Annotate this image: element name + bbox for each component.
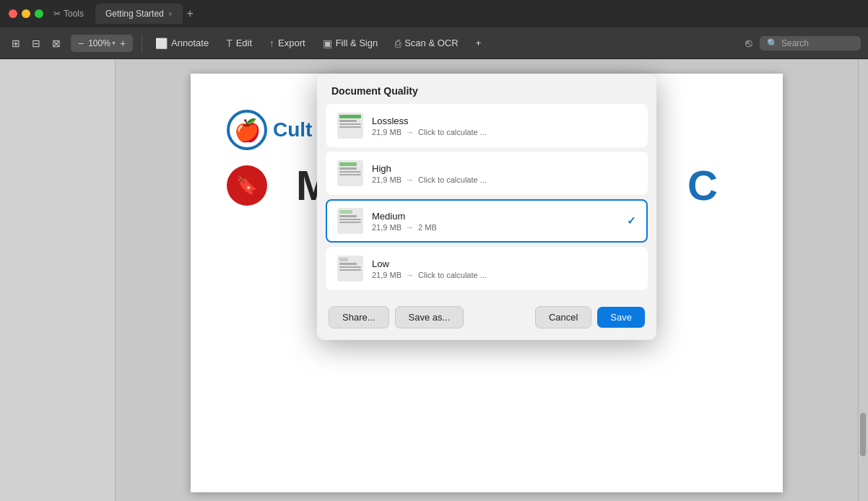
tab-title: Getting Started [105,9,164,19]
quality-info-high: High 21,9 MB → Click to calculate ... [372,163,636,184]
share-button[interactable]: Share... [329,306,389,328]
annotate-icon: ⬜ [155,38,168,49]
zoom-dropdown-icon[interactable]: ▾ [112,39,116,47]
search-box[interactable]: 🔍 [760,36,861,51]
share-toolbar-button[interactable]: ⎋ [741,34,757,53]
cancel-button[interactable]: Cancel [535,306,591,328]
quality-item-medium[interactable]: Medium 21,9 MB → 2 MB ✓ [326,199,648,243]
quality-item-high[interactable]: High 21,9 MB → Click to calculate ... [326,152,648,195]
scan-ocr-icon: ⎙ [395,38,401,49]
quality-info-low: Low 21,9 MB → Click to calculate ... [372,258,636,279]
search-icon: 🔍 [767,38,778,48]
quality-size-medium: 21,9 MB → 2 MB [372,223,618,232]
active-tab[interactable]: Getting Started × [95,4,183,24]
quality-item-low[interactable]: Low 21,9 MB → Click to calculate ... [326,247,648,290]
export-label: Export [278,38,305,48]
dialog-body: Lossless 21,9 MB → Click to calculate ..… [317,104,656,299]
quality-thumb-high [337,160,363,186]
annotate-button[interactable]: ⬜ Annotate [148,35,216,52]
zoom-plus-button[interactable]: + [117,36,129,51]
scan-ocr-button[interactable]: ⎙ Scan & OCR [388,35,465,52]
edit-icon: T [226,38,233,49]
main-content: 🍎 Cult of Mac Macworld 🔖 M C Document Qu… [0,59,868,501]
maximize-button[interactable] [35,9,43,18]
left-sidebar [0,59,116,501]
search-input[interactable] [781,38,854,48]
dialog-overlay: Document Quality [116,59,858,501]
quality-size-high: 21,9 MB → Click to calculate ... [372,175,636,184]
quality-name-low: Low [372,258,636,269]
toolbar: ⊞ ⊟ ⊠ − 100% ▾ + ⬜ Annotate T Edit ↑ Exp… [0,27,868,59]
annotate-label: Annotate [171,38,209,48]
fill-sign-button[interactable]: ▣ Fill & Sign [316,35,386,52]
tab-bar: Getting Started × + [95,4,194,24]
fill-sign-icon: ▣ [323,38,332,49]
close-button[interactable] [9,9,17,18]
save-as-button[interactable]: Save as... [395,306,464,328]
quality-item-lossless[interactable]: Lossless 21,9 MB → Click to calculate ..… [326,104,648,147]
quality-size-low: 21,9 MB → Click to calculate ... [372,271,636,279]
new-tab-button[interactable]: + [187,7,194,20]
page-view-button[interactable]: ⊠ [48,35,65,52]
tools-menu[interactable]: ✂ Tools [53,9,84,19]
traffic-lights [9,9,43,18]
edit-label: Edit [236,38,252,48]
quality-name-high: High [372,163,636,174]
quality-size-lossless: 21,9 MB → Click to calculate ... [372,128,636,136]
quality-info-medium: Medium 21,9 MB → 2 MB [372,211,618,232]
tab-close-icon[interactable]: × [168,10,173,18]
document-quality-dialog: Document Quality [317,74,656,340]
tools-label: Tools [64,9,84,19]
tools-icon: ✂ [53,9,61,19]
dialog-footer: Share... Save as... Cancel Save [317,299,656,340]
dialog-title: Document Quality [317,74,656,104]
pdf-area: 🍎 Cult of Mac Macworld 🔖 M C Document Qu… [116,59,858,501]
quality-thumb-low [337,256,363,282]
export-icon: ↑ [269,38,274,49]
quality-name-lossless: Lossless [372,116,636,126]
zoom-value: 100% [88,38,110,48]
scrollbar-thumb[interactable] [860,413,866,456]
quality-info-lossless: Lossless 21,9 MB → Click to calculate ..… [372,116,636,136]
edit-button[interactable]: T Edit [219,35,259,52]
quality-thumb-medium [337,208,363,234]
zoom-minus-button[interactable]: − [75,36,87,51]
scan-ocr-label: Scan & OCR [404,38,458,48]
fill-sign-label: Fill & Sign [336,38,378,48]
quality-name-medium: Medium [372,211,618,222]
toolbar-separator-1 [142,35,142,52]
export-button[interactable]: ↑ Export [262,35,313,52]
minimize-button[interactable] [22,9,30,18]
save-button[interactable]: Save [597,307,645,328]
zoom-control: − 100% ▾ + [71,35,133,52]
selected-checkmark: ✓ [627,214,636,227]
quality-thumb-lossless [337,113,363,139]
grid-view-button[interactable]: ⊟ [27,35,45,52]
sidebar-toggle-button[interactable]: ⊞ [7,35,25,52]
title-bar: ✂ Tools Getting Started × + [0,0,868,27]
toolbar-add-button[interactable]: + [469,35,489,51]
right-scrollbar[interactable] [858,59,868,501]
toolbar-add-icon: + [476,38,482,48]
